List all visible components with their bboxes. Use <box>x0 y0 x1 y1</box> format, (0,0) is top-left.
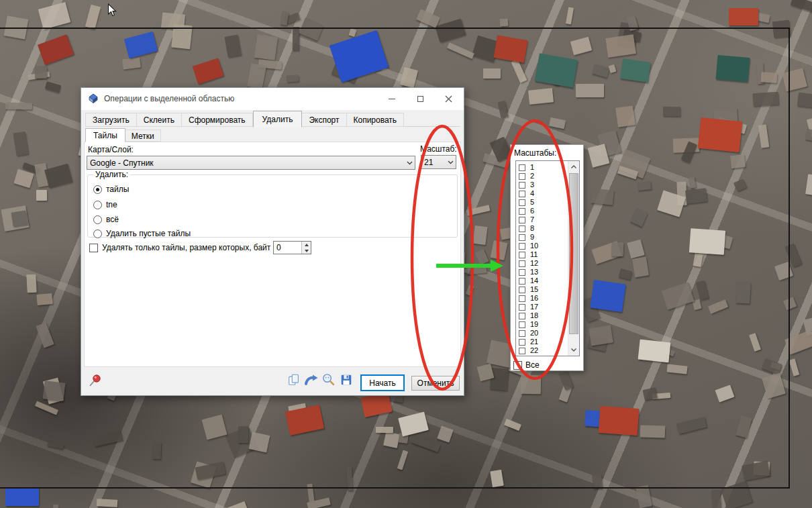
scale-item-row[interactable]: 11 <box>516 250 568 259</box>
copy-icon[interactable] <box>286 372 301 387</box>
scale-item-row[interactable]: 9 <box>516 233 568 242</box>
tab-1[interactable]: Загрузить <box>85 113 137 127</box>
scale-item-row[interactable]: 8 <box>516 224 568 233</box>
scale-checkbox[interactable] <box>519 339 525 346</box>
scale-item-label: 2 <box>530 172 534 181</box>
scale-checkbox[interactable] <box>519 191 525 197</box>
dialog-titlebar[interactable]: Операции с выделенной областью <box>81 88 464 110</box>
tab-5[interactable]: Экспорт <box>302 113 346 127</box>
selection-rect-bottom-edge <box>0 487 790 489</box>
subtab-2[interactable]: Метки <box>125 130 161 142</box>
subtab-1[interactable]: Тайлы <box>85 128 125 142</box>
scale-checkbox[interactable] <box>519 348 525 354</box>
size-filter-input[interactable]: 0 <box>273 241 311 254</box>
scale-checkbox[interactable] <box>519 252 525 258</box>
scale-checkbox[interactable] <box>519 304 525 311</box>
scale-item-row[interactable]: 21 <box>516 338 568 346</box>
scale-item-row[interactable]: 19 <box>516 320 568 329</box>
spin-up-icon[interactable] <box>302 242 311 248</box>
scale-select[interactable]: 21 <box>421 155 456 169</box>
scale-item-row[interactable]: 5 <box>516 198 568 207</box>
scale-checkbox[interactable] <box>519 208 525 215</box>
scale-checkbox[interactable] <box>519 199 525 206</box>
scale-item-row[interactable]: 15 <box>516 285 568 294</box>
curved-arrow-icon[interactable] <box>303 372 319 387</box>
scale-item-label: 15 <box>530 285 538 294</box>
scale-checkbox[interactable] <box>519 234 525 241</box>
map-layer-select[interactable]: Google - Спутник <box>87 156 415 170</box>
tab-2[interactable]: Склеить <box>137 113 182 127</box>
scrollbar-thumb[interactable] <box>569 173 578 334</box>
spin-down-icon[interactable] <box>302 248 311 254</box>
radio-button-selected[interactable] <box>93 185 102 194</box>
dialog-title: Операции с выделенной областью <box>104 94 234 103</box>
tab-6[interactable]: Копировать <box>347 113 405 127</box>
magnifier-icon[interactable] <box>321 372 336 387</box>
scale-item-row[interactable]: 10 <box>516 242 568 250</box>
scale-item-row[interactable]: 1 <box>516 163 568 172</box>
scale-value: 21 <box>421 158 445 167</box>
scroll-up-icon[interactable] <box>568 161 579 172</box>
scale-item-row[interactable]: 2 <box>516 172 568 181</box>
scale-checkbox[interactable] <box>519 164 525 171</box>
scales-listbox[interactable]: 12345678910111213141516171819202122 <box>515 160 580 356</box>
scale-item-row[interactable]: 22 <box>516 346 568 355</box>
tab-3[interactable]: Сформировать <box>182 113 253 127</box>
scale-checkbox[interactable] <box>519 173 525 180</box>
scale-item-row[interactable]: 6 <box>516 207 568 215</box>
map-layer-label: Карта/Слой: <box>88 145 134 154</box>
scale-checkbox[interactable] <box>519 269 525 276</box>
scale-checkbox[interactable] <box>519 260 525 267</box>
radio-button[interactable] <box>93 230 102 238</box>
scale-checkbox[interactable] <box>519 217 525 223</box>
scale-item-row[interactable]: 18 <box>516 311 568 320</box>
scale-label: Масштаб: <box>420 144 457 154</box>
all-scales-label: Все <box>525 360 540 370</box>
start-button[interactable]: Начать <box>360 374 405 391</box>
scale-checkbox[interactable] <box>519 243 525 250</box>
scale-item-row[interactable]: 13 <box>516 268 568 276</box>
tab-4[interactable]: Удалить <box>253 111 303 128</box>
scroll-down-icon[interactable] <box>568 344 579 356</box>
radio-button[interactable] <box>93 201 102 209</box>
scale-checkbox[interactable] <box>519 182 525 189</box>
scale-item-row[interactable]: 17 <box>516 303 568 311</box>
scale-item-row[interactable]: 3 <box>516 181 568 189</box>
pushpin-icon[interactable] <box>88 373 101 388</box>
scale-item-row[interactable]: 7 <box>516 215 568 224</box>
selection-rect-right-edge <box>789 28 790 489</box>
scale-item-row[interactable]: 12 <box>516 259 568 268</box>
scale-checkbox[interactable] <box>519 321 525 328</box>
cancel-button-label: Отменить <box>417 378 454 388</box>
delete-group-legend: Удалить: <box>93 170 130 179</box>
radio-button[interactable] <box>93 215 102 224</box>
radio-label: Удалить пустые тайлы <box>106 229 191 238</box>
scale-checkbox[interactable] <box>519 287 525 293</box>
scale-checkbox[interactable] <box>519 330 525 337</box>
all-scales-checkbox[interactable] <box>513 361 522 370</box>
scale-item-label: 22 <box>530 346 538 355</box>
minimize-icon[interactable] <box>378 88 406 110</box>
scale-item-label: 8 <box>530 224 534 233</box>
close-icon[interactable] <box>434 88 462 110</box>
delete-option-row: всё <box>93 215 119 224</box>
save-icon[interactable] <box>338 372 354 387</box>
scale-item-label: 11 <box>530 250 538 259</box>
scale-item-row[interactable]: 4 <box>516 189 568 198</box>
scale-item-label: 4 <box>530 189 534 198</box>
scale-checkbox[interactable] <box>519 278 525 285</box>
scale-checkbox[interactable] <box>519 295 525 302</box>
maximize-icon[interactable] <box>406 88 434 110</box>
start-button-label: Начать <box>369 378 396 388</box>
size-filter-value: 0 <box>276 243 281 252</box>
scale-checkbox[interactable] <box>519 313 525 319</box>
delete-option-row: тайлы <box>93 185 129 194</box>
scale-checkbox[interactable] <box>519 225 525 232</box>
size-filter-checkbox[interactable] <box>89 244 98 252</box>
scrollbar[interactable] <box>568 161 579 356</box>
scale-item-row[interactable]: 14 <box>516 276 568 285</box>
scale-item-row[interactable]: 20 <box>516 329 568 338</box>
cancel-button[interactable]: Отменить <box>411 376 460 391</box>
app-icon <box>88 93 99 104</box>
scale-item-row[interactable]: 16 <box>516 294 568 303</box>
